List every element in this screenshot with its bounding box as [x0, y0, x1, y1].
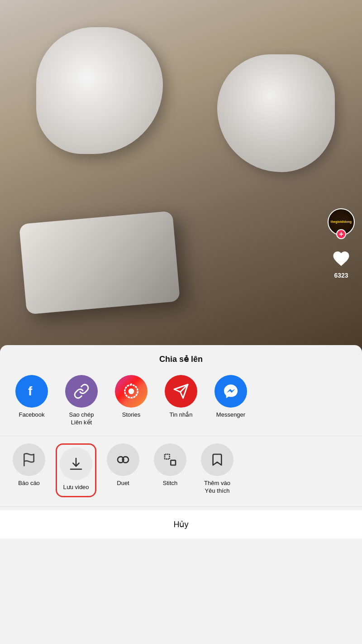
action-add-favorite[interactable]: Thêm vàoYêu thích	[195, 443, 239, 497]
like-container[interactable]: 6323	[330, 247, 352, 279]
follow-button[interactable]: +	[336, 229, 346, 239]
earbud-left	[36, 27, 163, 154]
video-background: thegioididong + 6323	[0, 0, 362, 353]
messenger-icon	[214, 375, 247, 408]
action-report[interactable]: Báo cáo	[7, 443, 51, 497]
heart-icon	[330, 247, 352, 270]
sheet-title: Chia sẻ lên	[0, 354, 362, 364]
share-facebook[interactable]: f Facebook	[9, 375, 54, 427]
action-duet-label: Duet	[117, 480, 129, 487]
action-save-video-label: Lưu video	[63, 484, 89, 491]
bottom-sheet: Chia sẻ lên f Facebook Sao chépLiên kết	[0, 345, 362, 644]
direct-icon	[165, 375, 197, 408]
like-count: 6323	[334, 272, 348, 279]
duet-icon-bg	[107, 443, 139, 476]
share-row: f Facebook Sao chépLiên kết	[0, 375, 362, 427]
svg-text:f: f	[28, 384, 33, 398]
share-copy-link[interactable]: Sao chépLiên kết	[59, 375, 104, 427]
add-favorite-icon-bg	[201, 443, 233, 476]
earbud-case	[19, 211, 180, 315]
action-stitch-label: Stitch	[163, 480, 178, 487]
report-icon-bg	[13, 443, 45, 476]
action-row: Báo cáo Lưu video	[0, 443, 362, 497]
share-copy-link-label: Sao chépLiên kết	[69, 411, 94, 427]
stitch-icon-bg	[154, 443, 186, 476]
right-actions: thegioididong + 6323	[328, 208, 355, 279]
svg-rect-10	[165, 454, 170, 459]
share-direct-label: Tin nhắn	[170, 411, 193, 419]
action-add-favorite-label: Thêm vàoYêu thích	[204, 480, 230, 495]
earbud-right	[217, 54, 335, 172]
divider-1	[0, 436, 362, 436]
action-save-video[interactable]: Lưu video	[54, 443, 98, 497]
cancel-button[interactable]: Hủy	[0, 510, 362, 538]
facebook-icon: f	[15, 375, 48, 408]
copy-link-icon	[65, 375, 98, 408]
share-facebook-label: Facebook	[19, 411, 44, 419]
action-stitch[interactable]: Stitch	[148, 443, 192, 497]
share-stories[interactable]: + Stories	[109, 375, 154, 427]
svg-rect-11	[171, 460, 176, 465]
share-stories-label: Stories	[122, 411, 140, 419]
share-messenger-label: Messenger	[216, 411, 245, 419]
save-video-icon-bg	[60, 447, 92, 480]
share-messenger[interactable]: Messenger	[208, 375, 253, 427]
action-duet[interactable]: Duet	[101, 443, 145, 497]
stories-icon: +	[115, 375, 148, 408]
divider-2	[0, 506, 362, 507]
save-video-wrapper: Lưu video	[56, 443, 96, 497]
share-direct[interactable]: Tin nhắn	[158, 375, 204, 427]
action-report-label: Báo cáo	[18, 480, 40, 487]
avatar-container[interactable]: thegioididong +	[328, 208, 355, 235]
svg-text:+: +	[129, 387, 133, 395]
